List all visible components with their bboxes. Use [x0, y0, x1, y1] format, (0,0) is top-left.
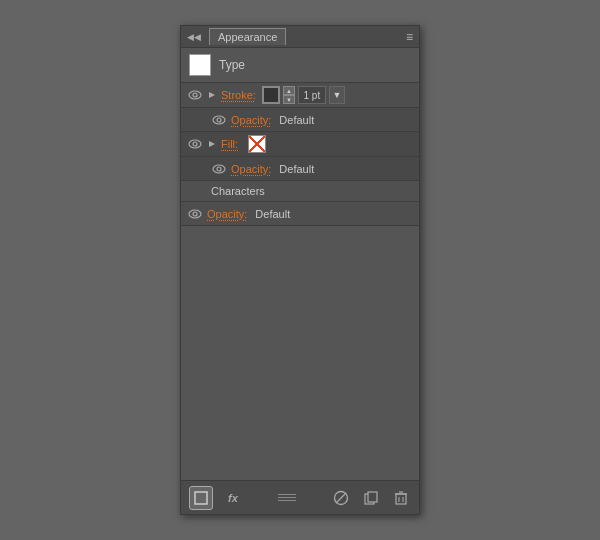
- titlebar-icons: ≡: [406, 30, 413, 44]
- panel-content: Type Stroke: ▲ ▼ ▼: [181, 48, 419, 480]
- appearance-panel: ◀◀ Appearance ≡ Type Str: [180, 25, 420, 515]
- svg-rect-17: [396, 494, 406, 504]
- fill-visibility-eye[interactable]: [187, 136, 203, 152]
- fill-label[interactable]: Fill:: [221, 138, 238, 150]
- copy-icon[interactable]: [361, 488, 381, 508]
- titlebar-left: ◀◀ Appearance: [187, 28, 286, 45]
- stroke-opacity-row: Opacity: Default: [181, 108, 419, 132]
- panel-titlebar: ◀◀ Appearance ≡: [181, 26, 419, 48]
- svg-point-10: [189, 210, 201, 218]
- new-layer-button[interactable]: [189, 486, 213, 510]
- svg-point-4: [217, 118, 221, 122]
- stroke-label[interactable]: Stroke:: [221, 89, 256, 101]
- svg-marker-2: [209, 92, 215, 98]
- svg-point-0: [189, 91, 201, 99]
- svg-line-14: [336, 493, 346, 503]
- panel-menu-icon[interactable]: ≡: [406, 30, 413, 44]
- svg-point-1: [193, 93, 197, 97]
- fill-color-swatch[interactable]: [248, 135, 266, 153]
- stroke-visibility-eye[interactable]: [187, 87, 203, 103]
- stroke-row: Stroke: ▲ ▼ ▼: [181, 83, 419, 108]
- characters-opacity-label[interactable]: Opacity:: [207, 208, 247, 220]
- fill-opacity-label[interactable]: Opacity:: [231, 163, 271, 175]
- stroke-spinners: ▲ ▼: [283, 86, 295, 104]
- svg-rect-12: [195, 492, 207, 504]
- characters-section-label: Characters: [181, 181, 419, 202]
- type-color-swatch[interactable]: [189, 54, 211, 76]
- stroke-controls: ▲ ▼ ▼: [262, 86, 345, 104]
- svg-point-9: [217, 167, 221, 171]
- svg-rect-16: [368, 492, 377, 502]
- no-icon[interactable]: [331, 488, 351, 508]
- characters-label: Characters: [211, 185, 265, 197]
- stroke-expand-toggle[interactable]: [207, 90, 217, 100]
- fill-swatch-container[interactable]: [248, 135, 266, 153]
- characters-opacity-row: Opacity: Default: [181, 202, 419, 226]
- characters-opacity-value: Default: [255, 208, 290, 220]
- empty-area: [181, 226, 419, 480]
- type-label: Type: [219, 58, 245, 72]
- fill-opacity-value: Default: [279, 163, 314, 175]
- delete-icon[interactable]: [391, 488, 411, 508]
- fill-row: Fill:: [181, 132, 419, 157]
- stroke-opacity-value: Default: [279, 114, 314, 126]
- characters-opacity-eye[interactable]: [187, 206, 203, 222]
- svg-point-5: [189, 140, 201, 148]
- stroke-weight-input[interactable]: [298, 86, 326, 104]
- stroke-increment-btn[interactable]: ▲: [283, 86, 295, 95]
- fx-button[interactable]: fx: [223, 488, 243, 508]
- grip-handle: [277, 493, 297, 503]
- panel-footer: fx: [181, 480, 419, 514]
- fill-expand-toggle[interactable]: [207, 139, 217, 149]
- svg-point-8: [213, 165, 225, 173]
- fill-opacity-row: Opacity: Default: [181, 157, 419, 181]
- svg-marker-7: [209, 141, 215, 147]
- panel-title: Appearance: [218, 31, 277, 43]
- stroke-decrement-btn[interactable]: ▼: [283, 95, 295, 104]
- stroke-opacity-eye[interactable]: [211, 112, 227, 128]
- collapse-icon[interactable]: ◀◀: [187, 32, 201, 42]
- stroke-color-swatch[interactable]: [262, 86, 280, 104]
- panel-title-tab[interactable]: Appearance: [209, 28, 286, 45]
- stroke-opacity-label[interactable]: Opacity:: [231, 114, 271, 126]
- fill-opacity-eye[interactable]: [211, 161, 227, 177]
- stroke-unit-dropdown[interactable]: ▼: [329, 86, 345, 104]
- type-row: Type: [181, 48, 419, 83]
- svg-point-3: [213, 116, 225, 124]
- svg-point-6: [193, 142, 197, 146]
- svg-point-11: [193, 212, 197, 216]
